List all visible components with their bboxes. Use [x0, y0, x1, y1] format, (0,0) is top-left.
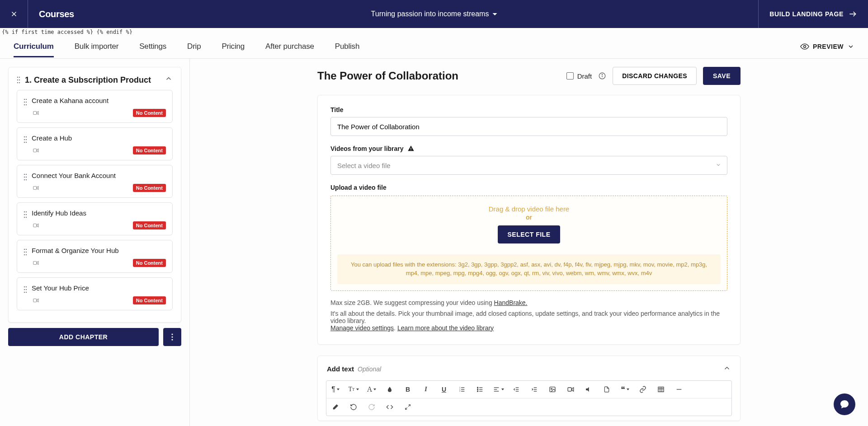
- dropzone-text: Drag & drop video file here: [337, 205, 721, 213]
- insert-audio-button[interactable]: [580, 381, 598, 398]
- preview-label: PREVIEW: [813, 43, 844, 50]
- title-input[interactable]: [330, 117, 727, 136]
- video-icon: [32, 110, 40, 116]
- lesson-title: Set Your Hub Price: [32, 284, 166, 292]
- handbrake-link[interactable]: HandBrake.: [494, 299, 528, 306]
- svg-marker-91: [586, 387, 589, 392]
- unordered-list-button[interactable]: [471, 381, 489, 398]
- video-library-placeholder: Select a video file: [337, 162, 391, 169]
- course-switcher[interactable]: Turning passion into income streams: [371, 10, 497, 18]
- redo-icon: [368, 403, 375, 411]
- no-content-badge: No Content: [133, 184, 166, 192]
- insert-link-button[interactable]: [634, 381, 652, 398]
- insert-table-button[interactable]: [652, 381, 670, 398]
- svg-point-42: [24, 249, 25, 250]
- discard-button[interactable]: DISCARD CHANGES: [613, 67, 697, 85]
- eye-icon: [800, 42, 809, 51]
- chapter-collapse-toggle[interactable]: [165, 75, 173, 84]
- horizontal-rule-button[interactable]: [670, 381, 688, 398]
- italic-button[interactable]: I: [417, 381, 435, 398]
- lesson-item[interactable]: Identify Hub IdeasNo Content: [17, 202, 173, 235]
- undo-button[interactable]: [344, 398, 363, 416]
- add-text-collapse-toggle[interactable]: [723, 364, 731, 374]
- tab-after-purchase[interactable]: After purchase: [265, 36, 314, 57]
- chat-icon: [839, 399, 850, 410]
- extension-info: You can upload files with the extensions…: [337, 254, 721, 284]
- build-landing-page-button[interactable]: BUILD LANDING PAGE: [758, 0, 868, 28]
- svg-point-31: [26, 179, 27, 180]
- svg-point-13: [26, 102, 27, 103]
- svg-point-9: [19, 82, 20, 83]
- expand-icon: [405, 404, 411, 410]
- drag-handle-icon[interactable]: [24, 134, 27, 154]
- outdent-button[interactable]: [507, 381, 525, 398]
- no-content-badge: No Content: [133, 296, 166, 304]
- drag-handle-icon[interactable]: [24, 97, 27, 117]
- blockquote-button[interactable]: ❝: [616, 381, 634, 398]
- text-color-button[interactable]: [381, 381, 399, 398]
- ordered-list-button[interactable]: 123: [453, 381, 471, 398]
- topbar: Courses Turning passion into income stre…: [0, 0, 868, 28]
- help-chat-button[interactable]: [834, 393, 855, 415]
- svg-point-12: [24, 102, 25, 103]
- svg-point-26: [24, 174, 25, 175]
- svg-point-46: [24, 254, 25, 255]
- indent-button[interactable]: [525, 381, 543, 398]
- close-icon: [10, 10, 18, 18]
- draft-checkbox[interactable]: [566, 72, 574, 80]
- chevron-up-icon: [723, 364, 731, 372]
- insert-file-button[interactable]: [598, 381, 616, 398]
- svg-point-35: [26, 211, 27, 212]
- drag-handle-icon[interactable]: [24, 247, 27, 267]
- drag-handle-icon[interactable]: [24, 172, 27, 192]
- learn-video-library-link[interactable]: Learn more about the video library: [397, 324, 494, 332]
- upload-dropzone[interactable]: Drag & drop video file here or SELECT FI…: [330, 196, 727, 291]
- tab-pricing[interactable]: Pricing: [222, 36, 245, 57]
- font-size-button[interactable]: TT: [344, 381, 363, 398]
- close-button[interactable]: [0, 0, 28, 28]
- save-button[interactable]: SAVE: [703, 67, 741, 85]
- drag-handle-icon[interactable]: [24, 284, 27, 304]
- preview-button[interactable]: PREVIEW: [800, 42, 854, 51]
- lesson-item[interactable]: Connect Your Bank AccountNo Content: [17, 165, 173, 198]
- add-text-optional: Optional: [358, 365, 381, 373]
- svg-point-55: [26, 292, 27, 293]
- insert-image-button[interactable]: [543, 381, 561, 398]
- underline-button[interactable]: U: [435, 381, 453, 398]
- topbar-title: Courses: [28, 9, 74, 19]
- lesson-item[interactable]: Set Your Hub PriceNo Content: [17, 277, 173, 310]
- redo-button[interactable]: [363, 398, 381, 416]
- font-family-button[interactable]: A: [363, 381, 381, 398]
- clear-format-button[interactable]: [326, 398, 344, 416]
- tab-drip[interactable]: Drip: [187, 36, 201, 57]
- video-select-wrap: Select a video file: [330, 156, 727, 175]
- video-library-select[interactable]: Select a video file: [330, 156, 727, 175]
- lesson-item[interactable]: Format & Organize Your HubNo Content: [17, 240, 173, 273]
- lesson-item[interactable]: Create a Kahana accountNo Content: [17, 90, 173, 123]
- svg-point-22: [24, 142, 25, 143]
- library-label: Videos from your library: [330, 145, 404, 152]
- draft-info-icon[interactable]: [598, 72, 606, 80]
- link-icon: [639, 386, 646, 393]
- tab-bulk-importer[interactable]: Bulk importer: [75, 36, 119, 57]
- tab-settings[interactable]: Settings: [139, 36, 166, 57]
- tab-publish[interactable]: Publish: [335, 36, 359, 57]
- drag-handle-icon[interactable]: [17, 75, 20, 84]
- paragraph-format-button[interactable]: ¶: [326, 381, 344, 398]
- code-view-button[interactable]: [381, 398, 399, 416]
- drag-handle-icon[interactable]: [24, 209, 27, 229]
- align-button[interactable]: [489, 381, 507, 398]
- bold-button[interactable]: B: [399, 381, 417, 398]
- svg-rect-89: [568, 388, 571, 391]
- fullscreen-button[interactable]: [399, 398, 417, 416]
- add-chapter-button[interactable]: ADD CHAPTER: [8, 328, 159, 346]
- chapter-more-button[interactable]: [163, 328, 181, 346]
- svg-point-4: [17, 77, 18, 78]
- lesson-title: Connect Your Bank Account: [32, 172, 166, 179]
- add-text-header[interactable]: Add text Optional: [318, 356, 740, 380]
- manage-video-settings-link[interactable]: Manage video settings: [330, 324, 394, 332]
- tab-curriculum[interactable]: Curriculum: [14, 36, 54, 57]
- lesson-item[interactable]: Create a HubNo Content: [17, 127, 173, 160]
- insert-video-button[interactable]: [561, 381, 580, 398]
- select-file-button[interactable]: SELECT FILE: [498, 225, 561, 243]
